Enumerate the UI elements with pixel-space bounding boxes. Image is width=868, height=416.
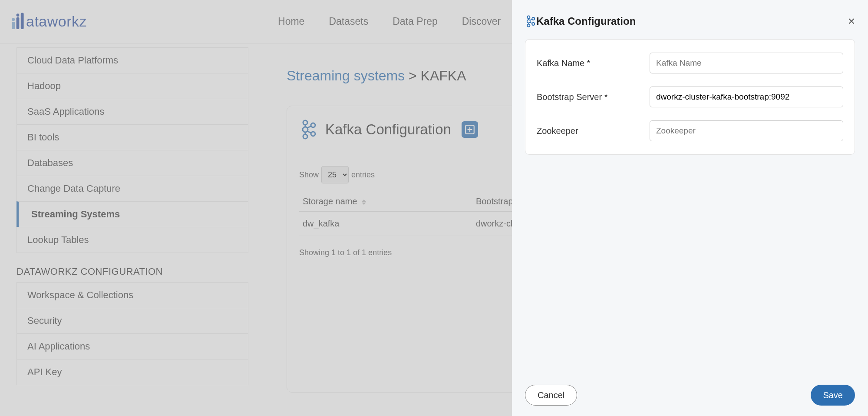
kafka-name-label: Kafka Name * [537,58,650,68]
kafka-icon [525,15,535,28]
drawer-title: Kafka Configuration [536,15,636,27]
bootstrap-server-input[interactable] [650,87,843,107]
svg-line-24 [530,19,532,20]
svg-line-25 [530,22,532,23]
svg-point-19 [527,24,530,27]
kafka-config-drawer: Kafka Configuration × Kafka Name * Boots… [512,0,868,416]
save-button[interactable]: Save [811,385,855,406]
zookeeper-input[interactable] [650,120,843,141]
bootstrap-server-label: Bootstrap Server * [537,92,650,102]
svg-point-18 [527,20,530,23]
kafka-name-input[interactable] [650,53,843,73]
close-button[interactable]: × [848,15,855,27]
cancel-button[interactable]: Cancel [525,385,577,406]
svg-point-17 [527,16,530,18]
zookeeper-label: Zookeeper [537,126,650,136]
svg-point-21 [532,23,535,25]
svg-point-20 [532,17,535,20]
form-card: Kafka Name * Bootstrap Server * Zookeepe… [525,39,855,155]
